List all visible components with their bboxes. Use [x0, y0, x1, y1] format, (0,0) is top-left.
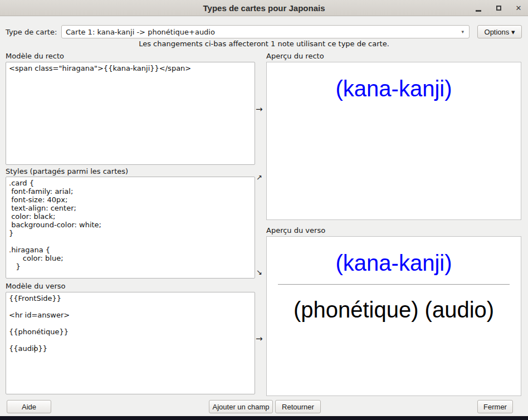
window-controls: ✕: [472, 0, 525, 16]
styles-editor[interactable]: .card { font-family: arial; font-size: 4…: [6, 177, 255, 279]
maximize-icon: [496, 6, 501, 11]
close-dialog-button[interactable]: Fermer: [477, 400, 513, 413]
styles-label: Styles (partagés parmi les cartes): [6, 167, 128, 175]
preview-front-label: Aperçu du recto: [266, 52, 324, 60]
chevron-down-icon: ▾: [461, 29, 464, 35]
front-preview-question: (kana-kanji): [267, 76, 521, 101]
titlebar: Types de cartes pour Japonais ✕: [0, 0, 528, 16]
back-template-editor[interactable]: {{FrontSide}} <hr id=answer> {{phonétiqu…: [6, 292, 255, 394]
background-strip: [0, 416, 528, 420]
answer-divider: [278, 284, 510, 285]
back-template-label: Modèle du verso: [6, 282, 66, 290]
front-template-arrow-icon: →: [256, 105, 263, 114]
close-window-button[interactable]: ✕: [512, 2, 525, 14]
card-type-select[interactable]: Carte 1: kana-kanji -> phonétique+audio …: [61, 25, 470, 38]
back-preview-panel: (kana-kanji) (phonétique) (audio): [266, 236, 521, 396]
styles-up-arrow-icon: ↗: [256, 174, 262, 181]
front-template-label: Modèle du recto: [6, 52, 64, 60]
card-type-selected-value: Carte 1: kana-kanji -> phonétique+audio: [66, 28, 215, 36]
card-type-label: Type de carte:: [6, 28, 57, 36]
preview-back-label: Aperçu du verso: [266, 226, 325, 235]
options-button[interactable]: Options ▾: [477, 25, 522, 38]
styles-down-arrow-icon: ↘: [256, 268, 262, 276]
maximize-button[interactable]: [492, 2, 505, 14]
front-preview-panel: (kana-kanji): [266, 62, 521, 220]
flip-button[interactable]: Retourner: [275, 400, 321, 413]
help-button[interactable]: Aide: [7, 400, 51, 413]
changes-note: Les changements ci-bas affecteront 1 not…: [0, 40, 528, 48]
back-template-arrow-icon: →: [256, 335, 263, 343]
add-field-button[interactable]: Ajouter un champ: [209, 400, 273, 413]
minimize-icon: [476, 10, 481, 12]
back-preview-answer: (phonétique) (audio): [267, 297, 521, 323]
back-preview-question: (kana-kanji): [267, 250, 521, 276]
minimize-button[interactable]: [472, 2, 485, 14]
front-template-editor[interactable]: <span class="hiragana">{{kana-kanji}}</s…: [6, 62, 255, 165]
close-icon: ✕: [516, 4, 522, 12]
window-title: Types de cartes pour Japonais: [203, 3, 325, 13]
